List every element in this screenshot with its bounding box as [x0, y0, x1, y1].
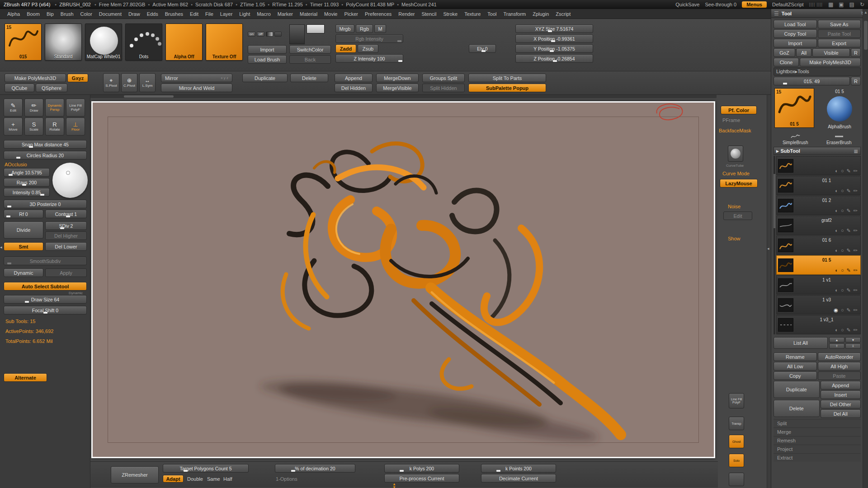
- subtool-scrollbar-handle[interactable]: [774, 174, 775, 228]
- polypaint-icon[interactable]: ✎: [847, 188, 851, 193]
- preprocess-button[interactable]: Pre-process Current: [384, 474, 459, 483]
- menu-item[interactable]: File: [205, 11, 213, 17]
- scale-button[interactable]: SScale: [24, 117, 43, 136]
- tool-import-button[interactable]: Import: [774, 39, 817, 47]
- zremesher-button[interactable]: ZRemesher: [111, 466, 159, 483]
- x-position-slider[interactable]: X Position -0.99361: [515, 34, 593, 43]
- alternate-button[interactable]: Alternate: [4, 373, 47, 382]
- tool-export-button[interactable]: Export: [818, 39, 861, 47]
- polypaint-icon[interactable]: ✎: [847, 267, 851, 273]
- subtool-duplicate-button[interactable]: Duplicate: [774, 381, 820, 398]
- subtool-row[interactable]: 01 1 ◐○✎✏: [776, 176, 861, 195]
- pf-color-button[interactable]: Pf. Color: [721, 106, 757, 114]
- del-all-button[interactable]: Del All: [821, 409, 861, 418]
- groups-split-button[interactable]: Groups Split: [422, 74, 465, 82]
- subtool-row[interactable]: 1 v3_1 ◐○✎✏: [776, 315, 861, 334]
- mirror-button[interactable]: Mirror x y z: [161, 74, 232, 82]
- subtool-row-selected[interactable]: 01 5 ◐○✎✏: [776, 255, 861, 275]
- see-through-slider[interactable]: See-through 0: [705, 2, 736, 7]
- curvetube-brush-icon[interactable]: [728, 145, 743, 162]
- xyz-size-slider[interactable]: XYZ Size 7.51674: [515, 24, 593, 33]
- menu-item[interactable]: Document: [99, 11, 122, 17]
- eye-icon[interactable]: ◐: [835, 248, 838, 253]
- circle-toggle-icon[interactable]: ○: [841, 248, 844, 253]
- uv-icon[interactable]: ✏: [854, 188, 858, 193]
- menu-item[interactable]: Stroke: [443, 11, 458, 17]
- matcap-thumbnail[interactable]: MatCap White01: [85, 23, 122, 61]
- sculpture-3d-model[interactable]: [179, 125, 640, 449]
- ao-intensity-slider[interactable]: Intensity 0.85: [4, 188, 50, 197]
- subtool-thumbnail[interactable]: [778, 219, 793, 232]
- show-label[interactable]: Show: [728, 236, 741, 241]
- eye-icon[interactable]: ◐: [835, 287, 838, 293]
- menu-item[interactable]: Zscript: [556, 11, 571, 17]
- divide-button[interactable]: Divide: [4, 221, 43, 239]
- ghost-toggle[interactable]: Ghost: [729, 435, 744, 448]
- draw-mode-button[interactable]: ✏Draw: [24, 99, 43, 117]
- auto-select-subtool-button[interactable]: Auto Select Subtool: [4, 282, 87, 291]
- z-intensity-slider[interactable]: Z Intensity 100: [335, 54, 403, 63]
- subtool-move-down-button[interactable]: ⇩: [845, 343, 861, 349]
- transp-toggle[interactable]: Transp: [729, 417, 744, 430]
- circle-toggle-icon[interactable]: ○: [841, 188, 844, 193]
- scrollbar-up-icon[interactable]: ▲: [864, 10, 868, 14]
- subtool-thumbnail[interactable]: [778, 318, 793, 332]
- alpha-thumbnail[interactable]: Alpha Off: [165, 23, 203, 61]
- subtool-row[interactable]: 01 6 ◐○✎✏: [776, 235, 861, 255]
- zadd-button[interactable]: Zadd: [335, 44, 356, 53]
- refresh-icon[interactable]: ↻: [860, 1, 864, 8]
- subtool-row[interactable]: 1 v1 ◐○✎✏: [776, 275, 861, 295]
- menu-item[interactable]: Layer: [220, 11, 233, 17]
- circle-toggle-icon[interactable]: ○: [841, 208, 844, 213]
- polypaint-icon[interactable]: ✎: [847, 287, 851, 293]
- menu-item[interactable]: Render: [398, 11, 415, 17]
- menu-item[interactable]: Preferences: [365, 11, 392, 17]
- circle-toggle-icon[interactable]: ○: [841, 287, 844, 293]
- menu-item[interactable]: Marker: [278, 11, 293, 17]
- k-polys-slider[interactable]: k Polys 200: [384, 464, 459, 473]
- default-zscript-button[interactable]: DefaultZScript: [772, 2, 804, 7]
- all-low-button[interactable]: All Low: [774, 362, 817, 371]
- quicksave-button[interactable]: QuickSave: [675, 2, 699, 7]
- tool-panel-header[interactable]: ☰ Tool ↻: [771, 9, 868, 18]
- mirror-and-weld-button[interactable]: Mirror And Weld: [161, 84, 232, 92]
- load-brush-button[interactable]: Load Brush: [248, 55, 287, 64]
- ao-angle-slider[interactable]: Angle 10.5795: [4, 168, 50, 177]
- mergedown-button[interactable]: MergeDown: [376, 74, 419, 82]
- uv-icon[interactable]: ✏: [854, 208, 858, 213]
- menu-item[interactable]: Stencil: [421, 11, 436, 17]
- focal-shift-slider[interactable]: Focal Shift 0: [4, 306, 87, 314]
- del-hidden-button[interactable]: Del Hidden: [335, 84, 373, 92]
- subtool-grid-icon[interactable]: ▦: [854, 149, 858, 154]
- m-button[interactable]: M: [374, 24, 386, 33]
- circle-toggle-icon[interactable]: ○: [841, 267, 844, 273]
- elv-slider[interactable]: Elv 0: [469, 44, 496, 53]
- draw-size-dynamic-label[interactable]: Dynamic: [69, 291, 83, 295]
- save-as-button[interactable]: Save As: [818, 20, 861, 28]
- make-polymesh3d-button[interactable]: Make PolyMesh3D: [5, 74, 66, 82]
- alpha-brush-sphere-icon[interactable]: [827, 96, 852, 122]
- contrast-slider[interactable]: Contrast 1: [45, 210, 87, 218]
- xpose-toggle[interactable]: [729, 473, 744, 486]
- stroke-thumbnail[interactable]: Dots: [125, 23, 162, 61]
- grid-icon[interactable]: ▦: [828, 1, 833, 8]
- all-high-button[interactable]: All High: [818, 362, 861, 371]
- k-points-slider[interactable]: k Points 200: [481, 464, 556, 473]
- goz-r-button[interactable]: R: [851, 48, 861, 57]
- curve-chip-icon[interactable]: [274, 32, 282, 37]
- subtool-row[interactable]: ◐○✎✏: [776, 156, 861, 175]
- mrgb-button[interactable]: Mrgb: [335, 24, 354, 33]
- append-button[interactable]: Append: [335, 74, 373, 82]
- delete-button[interactable]: Delete: [290, 74, 328, 82]
- polyf-toggle[interactable]: Line Fill PolyF: [729, 393, 744, 408]
- lightbox-tools-button[interactable]: Lightbox▸Tools: [774, 67, 861, 76]
- tool-panel-scrollbar-handle[interactable]: [864, 21, 868, 50]
- set-pivot-button[interactable]: ⌖ S.Pivot: [103, 73, 119, 92]
- menu-item[interactable]: Edit: [190, 11, 198, 17]
- dynamic-button[interactable]: Dynamic: [4, 268, 43, 277]
- y-position-slider[interactable]: Y Position -1.05375: [515, 44, 593, 53]
- list-all-button[interactable]: List All: [774, 337, 828, 349]
- subtool-copy-button[interactable]: Copy: [774, 371, 817, 380]
- goz-all-button[interactable]: All: [796, 48, 811, 57]
- import-button[interactable]: Import: [248, 45, 287, 54]
